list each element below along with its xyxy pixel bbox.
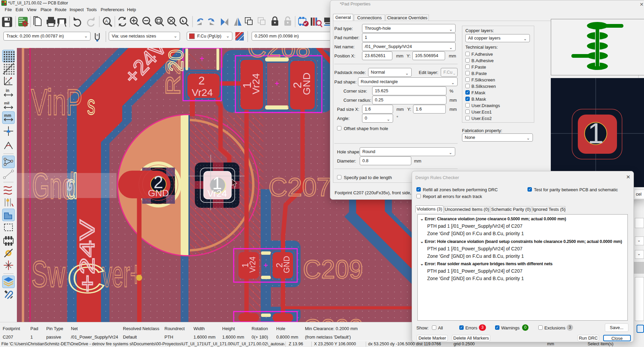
svg-text:Vr24: Vr24 (207, 188, 227, 199)
svg-text:Vr24: Vr24 (248, 256, 257, 273)
svg-text:C207: C207 (268, 173, 331, 201)
svg-text:Vr24: Vr24 (192, 87, 213, 98)
svg-text:Vr24: Vr24 (250, 73, 261, 94)
svg-text:in: in (6, 88, 9, 93)
svg-text:G: G (67, 176, 72, 194)
svg-text:2: 2 (199, 74, 205, 87)
svg-text:mil: mil (4, 101, 9, 105)
svg-text:+24V: +24V (75, 220, 99, 293)
svg-text:GND: GND (301, 73, 312, 95)
svg-text:Sw: Sw (31, 253, 65, 295)
svg-text:GND: GND (282, 256, 291, 273)
svg-text:A: A (105, 19, 108, 24)
svg-text:C209: C209 (303, 255, 363, 283)
svg-text:C208: C208 (248, 48, 310, 62)
svg-text:=: = (96, 33, 98, 37)
svg-text:1: 1 (588, 117, 603, 149)
svg-text:mm: mm (4, 113, 11, 118)
svg-text:θ: θ (8, 81, 10, 85)
svg-text:VinP: VinP (31, 81, 82, 123)
svg-text:r: r (6, 77, 7, 81)
svg-text:s: s (87, 90, 95, 120)
svg-text:GND: GND (148, 188, 169, 198)
svg-text:ver+: ver+ (102, 253, 142, 295)
svg-text:C208: C208 (303, 314, 363, 322)
